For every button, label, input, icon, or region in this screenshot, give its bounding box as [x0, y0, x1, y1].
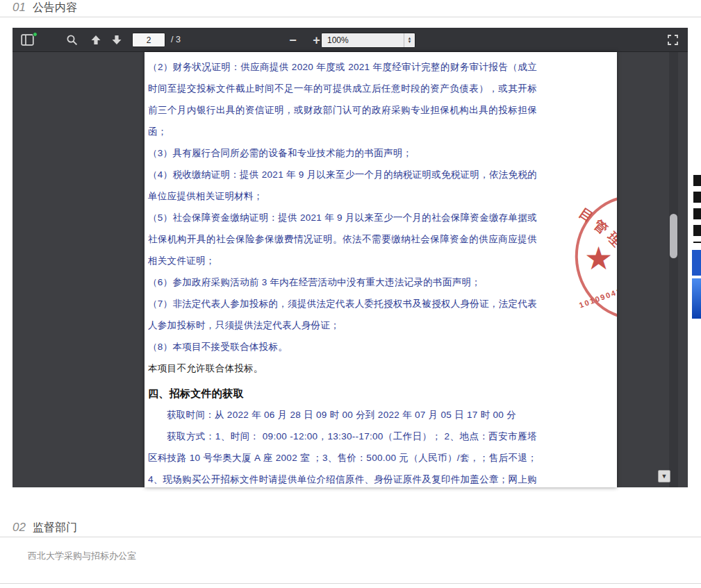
pdf-heading: 四、招标文件的获取: [148, 379, 537, 404]
search-icon: [66, 34, 78, 46]
pdf-paragraph: （4）税收缴纳证明：提供 2021 年 9 月以来至少一个月的纳税证明或免税证明…: [148, 164, 537, 207]
pdf-paragraph: （2）财务状况证明：供应商提供 2020 年度或 2021 年度经审计完整的财务…: [148, 56, 537, 142]
section-number: 01: [13, 1, 26, 15]
scroll-down-icon: ▼: [661, 473, 668, 480]
fullscreen-icon: [667, 34, 679, 46]
page-count-label: / 3: [171, 35, 181, 44]
pdf-toolbar: / 3 − + 100% ▲▼: [13, 28, 688, 52]
section-header-announcement: 01 公告内容: [13, 1, 77, 15]
divider: [0, 583, 701, 584]
pdf-paragraph: （6）参加政府采购活动前 3 年内在经营活动中没有重大违法记录的书面声明；: [148, 271, 537, 293]
section-title: 监督部门: [33, 521, 77, 535]
sidebar-toggle-badge: [33, 32, 38, 37]
clipped-floating-widget-text: [693, 175, 701, 243]
sidebar-toggle-button[interactable]: [18, 31, 37, 49]
pdf-paragraph: （5）社会保障资金缴纳证明：提供 2021 年 9 月以来至少一个月的社会保障资…: [148, 207, 537, 271]
scrollbar-thumb[interactable]: [670, 214, 677, 258]
search-button[interactable]: [63, 31, 81, 49]
zoom-out-icon: −: [289, 34, 297, 47]
pdf-paragraph: 获取时间：从 2022 年 06 月 28 日 09 时 00 分到 2022 …: [148, 404, 537, 426]
zoom-out-button[interactable]: −: [283, 31, 302, 49]
page-down-icon: [111, 35, 122, 45]
zoom-in-icon: +: [313, 34, 320, 47]
pdf-paragraph: （7）非法定代表人参加投标的，须提供法定代表人委托授权书及被授权人身份证，法定代…: [148, 293, 537, 336]
select-spinner-icon: ▲▼: [404, 33, 415, 47]
zoom-level-value: 100%: [322, 35, 404, 45]
section-title: 公告内容: [33, 1, 77, 15]
pdf-scrollbar[interactable]: [669, 52, 678, 487]
pdf-paragraph: 本项目不允许联合体投标。: [148, 358, 537, 379]
divider: [0, 17, 701, 17]
previous-page-button[interactable]: [86, 31, 105, 49]
section-number: 02: [13, 521, 26, 535]
pdf-paragraph: （3）具有履行合同所必需的设备和专业技术能力的书面声明；: [148, 142, 537, 164]
fullscreen-button[interactable]: [663, 31, 682, 49]
divider: [0, 537, 701, 537]
section-header-supervisor: 02 监督部门: [13, 521, 77, 535]
stamp-star-icon: ★: [584, 242, 613, 274]
clipped-floating-widget-button[interactable]: [692, 250, 701, 276]
pdf-page: （2）财务状况证明：供应商提供 2020 年度或 2021 年度经审计完整的财务…: [145, 52, 617, 487]
clipped-floating-widget-banner[interactable]: [692, 278, 701, 319]
supervisor-department: 西北大学采购与招标办公室: [28, 550, 136, 562]
scroll-down-button[interactable]: ▼: [658, 470, 670, 482]
pdf-paragraph: （8）本项目不接受联合体投标。: [148, 336, 537, 358]
pdf-viewer: / 3 − + 100% ▲▼ （2）财务状况证明：供应商提供 2020 年度或…: [13, 28, 688, 487]
next-page-button[interactable]: [107, 31, 126, 49]
page-number-input[interactable]: [132, 33, 165, 47]
zoom-level-select[interactable]: 100% ▲▼: [321, 33, 415, 48]
pdf-paragraph: 获取方式：1、时间： 09:00 -12:00，13:30--17:00（工作日…: [148, 426, 537, 487]
red-seal-stamp: 目 管 理 ★ 10109041: [575, 195, 617, 320]
pdf-text: （2）财务状况证明：供应商提供 2020 年度或 2021 年度经审计完整的财务…: [148, 56, 537, 487]
page-up-icon: [90, 35, 101, 45]
sidebar-toggle-icon: [21, 34, 34, 46]
